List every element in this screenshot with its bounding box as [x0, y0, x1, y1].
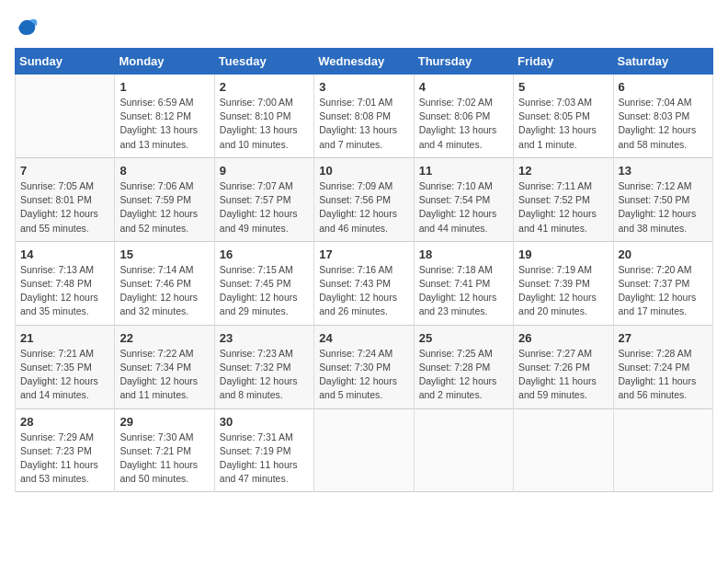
day-info: Sunrise: 7:22 AMSunset: 7:34 PMDaylight:…: [119, 347, 209, 403]
day-number: 27: [619, 331, 708, 345]
calendar-cell: 28Sunrise: 7:29 AMSunset: 7:23 PMDayligh…: [16, 408, 115, 492]
calendar-cell: 22Sunrise: 7:22 AMSunset: 7:34 PMDayligh…: [115, 325, 214, 408]
day-info: Sunrise: 7:00 AMSunset: 8:10 PMDaylight:…: [220, 96, 309, 152]
day-number: 12: [518, 164, 608, 178]
calendar-cell: 11Sunrise: 7:10 AMSunset: 7:54 PMDayligh…: [414, 157, 513, 241]
day-info: Sunrise: 7:11 AMSunset: 7:52 PMDaylight:…: [518, 179, 608, 236]
day-info: Sunrise: 7:29 AMSunset: 7:23 PMDaylight:…: [20, 431, 109, 487]
day-number: 13: [619, 164, 708, 178]
day-info: Sunrise: 7:21 AMSunset: 7:35 PMDaylight:…: [20, 347, 109, 403]
calendar-cell: 2Sunrise: 7:00 AMSunset: 8:10 PMDaylight…: [214, 75, 313, 158]
calendar-week-3: 14Sunrise: 7:13 AMSunset: 7:48 PMDayligh…: [16, 241, 713, 325]
day-number: 10: [319, 164, 408, 178]
day-number: 2: [220, 80, 309, 94]
day-number: 28: [20, 415, 109, 429]
calendar-cell: 15Sunrise: 7:14 AMSunset: 7:46 PMDayligh…: [115, 241, 214, 325]
calendar-week-2: 7Sunrise: 7:05 AMSunset: 8:01 PMDaylight…: [16, 157, 713, 241]
day-number: 14: [20, 247, 109, 261]
calendar-cell: 1Sunrise: 6:59 AMSunset: 8:12 PMDaylight…: [115, 75, 214, 158]
day-number: 1: [119, 80, 209, 94]
calendar-cell: 8Sunrise: 7:06 AMSunset: 7:59 PMDaylight…: [115, 157, 214, 241]
calendar-cell: [514, 408, 613, 492]
header-day-wednesday: Wednesday: [314, 49, 414, 75]
calendar-cell: 12Sunrise: 7:11 AMSunset: 7:52 PMDayligh…: [514, 157, 613, 241]
calendar-week-1: 1Sunrise: 6:59 AMSunset: 8:12 PMDaylight…: [16, 75, 713, 158]
day-number: 6: [619, 80, 708, 94]
day-info: Sunrise: 7:04 AMSunset: 8:03 PMDaylight:…: [619, 96, 708, 152]
calendar-week-5: 28Sunrise: 7:29 AMSunset: 7:23 PMDayligh…: [16, 408, 713, 492]
day-info: Sunrise: 7:23 AMSunset: 7:32 PMDaylight:…: [220, 347, 309, 403]
calendar-cell: [314, 408, 414, 492]
calendar-table: SundayMondayTuesdayWednesdayThursdayFrid…: [15, 48, 713, 492]
day-info: Sunrise: 7:07 AMSunset: 7:57 PMDaylight:…: [220, 179, 309, 236]
day-number: 4: [419, 80, 508, 94]
calendar-cell: 13Sunrise: 7:12 AMSunset: 7:50 PMDayligh…: [613, 157, 712, 241]
day-info: Sunrise: 7:09 AMSunset: 7:56 PMDaylight:…: [319, 179, 408, 236]
day-number: 23: [220, 331, 309, 345]
header-day-thursday: Thursday: [414, 49, 513, 75]
day-info: Sunrise: 7:27 AMSunset: 7:26 PMDaylight:…: [518, 347, 608, 403]
calendar-cell: [414, 408, 513, 492]
calendar-cell: 17Sunrise: 7:16 AMSunset: 7:43 PMDayligh…: [314, 241, 414, 325]
header-day-monday: Monday: [115, 49, 214, 75]
day-info: Sunrise: 7:03 AMSunset: 8:05 PMDaylight:…: [518, 96, 608, 152]
calendar-cell: 26Sunrise: 7:27 AMSunset: 7:26 PMDayligh…: [514, 325, 613, 408]
calendar-cell: [613, 408, 712, 492]
day-number: 15: [119, 247, 209, 261]
day-number: 22: [119, 331, 209, 345]
day-info: Sunrise: 7:06 AMSunset: 7:59 PMDaylight:…: [119, 179, 209, 236]
day-number: 24: [319, 331, 408, 345]
day-number: 26: [518, 331, 608, 345]
day-info: Sunrise: 7:20 AMSunset: 7:37 PMDaylight:…: [619, 263, 708, 319]
day-info: Sunrise: 7:28 AMSunset: 7:24 PMDaylight:…: [619, 347, 708, 403]
calendar-cell: 10Sunrise: 7:09 AMSunset: 7:56 PMDayligh…: [314, 157, 414, 241]
calendar-cell: 18Sunrise: 7:18 AMSunset: 7:41 PMDayligh…: [414, 241, 513, 325]
calendar-cell: 5Sunrise: 7:03 AMSunset: 8:05 PMDaylight…: [514, 75, 613, 158]
day-number: 25: [419, 331, 508, 345]
logo: [15, 15, 44, 40]
calendar-header: SundayMondayTuesdayWednesdayThursdayFrid…: [16, 49, 713, 75]
calendar-cell: 21Sunrise: 7:21 AMSunset: 7:35 PMDayligh…: [16, 325, 115, 408]
day-number: 7: [20, 164, 109, 178]
day-info: Sunrise: 7:16 AMSunset: 7:43 PMDaylight:…: [319, 263, 408, 319]
calendar-cell: 24Sunrise: 7:24 AMSunset: 7:30 PMDayligh…: [314, 325, 414, 408]
day-number: 30: [220, 415, 309, 429]
calendar-cell: 23Sunrise: 7:23 AMSunset: 7:32 PMDayligh…: [214, 325, 313, 408]
day-info: Sunrise: 7:10 AMSunset: 7:54 PMDaylight:…: [419, 179, 508, 236]
day-number: 17: [319, 247, 408, 261]
day-number: 16: [220, 247, 309, 261]
header-day-friday: Friday: [514, 49, 613, 75]
day-number: 11: [419, 164, 508, 178]
day-info: Sunrise: 7:01 AMSunset: 8:08 PMDaylight:…: [319, 96, 408, 152]
calendar-cell: 6Sunrise: 7:04 AMSunset: 8:03 PMDaylight…: [613, 75, 712, 158]
day-info: Sunrise: 7:12 AMSunset: 7:50 PMDaylight:…: [619, 179, 708, 236]
calendar-cell: 19Sunrise: 7:19 AMSunset: 7:39 PMDayligh…: [514, 241, 613, 325]
day-number: 9: [220, 164, 309, 178]
logo-icon: [15, 15, 40, 40]
page-header: [15, 15, 713, 40]
calendar-week-4: 21Sunrise: 7:21 AMSunset: 7:35 PMDayligh…: [16, 325, 713, 408]
calendar-cell: 25Sunrise: 7:25 AMSunset: 7:28 PMDayligh…: [414, 325, 513, 408]
header-day-tuesday: Tuesday: [214, 49, 313, 75]
calendar-cell: 16Sunrise: 7:15 AMSunset: 7:45 PMDayligh…: [214, 241, 313, 325]
calendar-cell: 9Sunrise: 7:07 AMSunset: 7:57 PMDaylight…: [214, 157, 313, 241]
calendar-cell: 7Sunrise: 7:05 AMSunset: 8:01 PMDaylight…: [16, 157, 115, 241]
day-info: Sunrise: 7:31 AMSunset: 7:19 PMDaylight:…: [220, 431, 309, 487]
day-info: Sunrise: 7:30 AMSunset: 7:21 PMDaylight:…: [119, 431, 209, 487]
day-info: Sunrise: 7:24 AMSunset: 7:30 PMDaylight:…: [319, 347, 408, 403]
header-day-sunday: Sunday: [16, 49, 115, 75]
calendar-cell: 14Sunrise: 7:13 AMSunset: 7:48 PMDayligh…: [16, 241, 115, 325]
day-info: Sunrise: 6:59 AMSunset: 8:12 PMDaylight:…: [119, 96, 209, 152]
day-info: Sunrise: 7:14 AMSunset: 7:46 PMDaylight:…: [119, 263, 209, 319]
day-number: 5: [518, 80, 608, 94]
day-info: Sunrise: 7:15 AMSunset: 7:45 PMDaylight:…: [220, 263, 309, 319]
day-number: 3: [319, 80, 408, 94]
calendar-body: 1Sunrise: 6:59 AMSunset: 8:12 PMDaylight…: [16, 75, 713, 492]
day-number: 18: [419, 247, 508, 261]
calendar-cell: 29Sunrise: 7:30 AMSunset: 7:21 PMDayligh…: [115, 408, 214, 492]
calendar-cell: [16, 75, 115, 158]
header-row: SundayMondayTuesdayWednesdayThursdayFrid…: [16, 49, 713, 75]
day-number: 20: [619, 247, 708, 261]
day-info: Sunrise: 7:19 AMSunset: 7:39 PMDaylight:…: [518, 263, 608, 319]
day-number: 19: [518, 247, 608, 261]
